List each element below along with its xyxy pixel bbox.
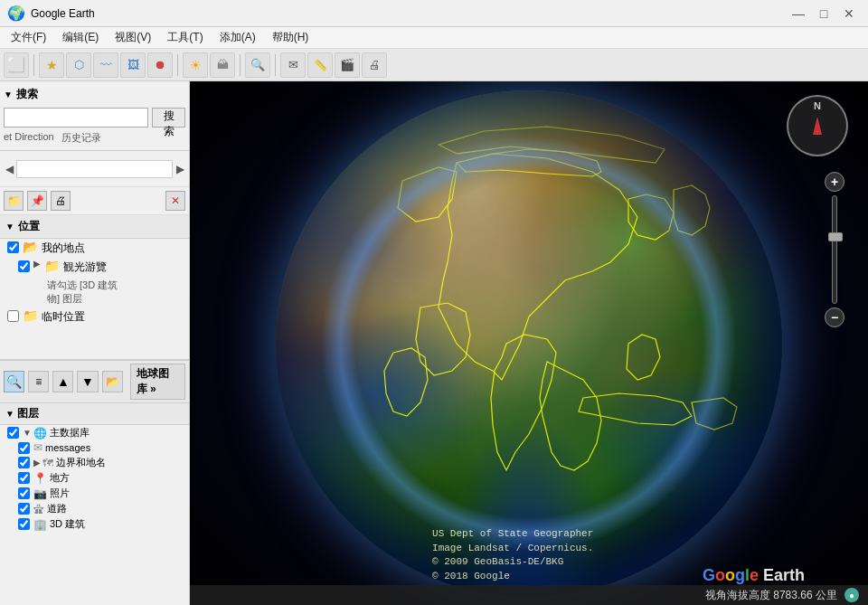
gallery-btn[interactable]: 地球图库 » [130,364,185,400]
toolbar-sep-2 [177,54,178,76]
list-panel-toggle[interactable]: ≡ [28,371,49,392]
minimize-button[interactable]: — [787,2,810,25]
tab-direction[interactable]: et Direction [4,131,54,145]
primary-db-checkbox[interactable] [7,427,19,439]
sightseeing-checkbox[interactable] [18,260,30,272]
layer-messages[interactable]: ✉ messages [0,440,189,455]
menu-tools[interactable]: 工具(T) [160,28,210,47]
layer-local[interactable]: 📍 地方 [0,470,189,486]
status-text: 视角海拔高度 8783.66 公里 [705,588,837,603]
layers-collapse-icon[interactable]: ▼ [5,409,14,419]
layer-3d-buildings[interactable]: 🏢 3D 建筑 [0,516,189,532]
toolbar-email[interactable]: ✉ [280,52,306,78]
status-indicator: ● [844,588,859,602]
folder-create-btn[interactable]: 📂 [102,371,123,392]
toolbar-terrain[interactable]: 🏔 [210,52,235,78]
3d-buildings-label: 3D 建筑 [50,517,85,531]
status-value: 8783.66 [773,589,812,601]
messages-icon: ✉ [33,441,42,454]
main-toolbar: ⬜ ★ ⬡ 〰 🖼 ⏺ ☀ 🏔 🔍 ✉ 📏 🎬 🖨 [0,49,868,81]
earth-container [190,81,868,605]
expand-icon[interactable]: ▶ [33,259,41,269]
new-placemark-btn[interactable]: 📌 [27,191,47,211]
temp-places-item[interactable]: 📁 临时位置 [0,307,189,326]
nav-compass[interactable]: N [787,95,850,158]
menu-edit[interactable]: 编辑(E) [55,28,106,47]
ge-letter-o1: o [715,566,725,584]
zoom-in-btn[interactable]: + [825,172,844,192]
zoom-track[interactable] [832,195,837,304]
search-panel-toggle[interactable]: 🔍 [4,371,24,392]
layer-photos[interactable]: 📷 照片 [0,486,189,501]
photos-checkbox[interactable] [18,487,30,499]
layer-roads[interactable]: 🛣 道路 [0,501,189,516]
navigate-input[interactable] [16,160,173,178]
search-input[interactable] [4,108,148,128]
primary-db-icon: 🌐 [33,427,47,440]
my-places-item[interactable]: 📂 我的地点 [0,239,189,258]
toolbar-new[interactable]: ⬜ [4,52,29,78]
my-places-icon: 📂 [23,240,38,254]
primary-db-expand[interactable]: ▼ [23,428,32,438]
close-button[interactable]: ✕ [837,2,861,25]
menu-add[interactable]: 添加(A) [212,28,263,47]
toolbar-print[interactable]: 🖨 [362,52,387,78]
toolbar-measure[interactable]: 📏 [307,52,333,78]
map-area[interactable]: N + − US Dept of State Geographer Image … [190,81,868,605]
down-arrow-btn[interactable]: ▼ [77,371,98,392]
menu-view[interactable]: 视图(V) [108,28,158,47]
search-tabs: et Direction 历史记录 [4,129,185,147]
toolbar-record[interactable]: ⏺ [147,52,173,78]
zoom-out-btn[interactable]: − [825,307,844,327]
zoom-thumb[interactable] [828,232,843,241]
up-arrow-btn[interactable]: ▲ [52,371,73,392]
search-section: ▼ 搜索 搜索 et Direction 历史记录 [0,81,189,151]
borders-label: 边界和地名 [56,456,106,469]
my-places-checkbox[interactable] [7,241,19,253]
layer-borders[interactable]: ▶ 🗺 边界和地名 [0,455,189,470]
toolbar-overlay[interactable]: 🖼 [120,52,146,78]
messages-checkbox[interactable] [18,442,30,454]
toolbar-sunlight[interactable]: ☀ [183,52,208,78]
new-folder-btn[interactable]: 📁 [4,191,24,211]
local-checkbox[interactable] [18,472,30,484]
compass-circle[interactable]: N [787,95,848,156]
toolbar-path[interactable]: 〰 [93,52,118,78]
borders-expand[interactable]: ▶ [33,458,41,468]
status-unit: 公里 [816,589,837,601]
ge-logo-text: Google Earth [703,566,805,584]
zoom-slider: + − [825,172,844,327]
places-collapse-icon[interactable]: ▼ [5,222,14,232]
toolbar-search[interactable]: 🔍 [245,52,270,78]
tab-history[interactable]: 历史记录 [61,131,101,145]
earth-globe[interactable] [276,90,782,597]
delete-btn[interactable]: ✕ [165,191,185,211]
toolbar-sep-3 [240,54,241,76]
menu-file[interactable]: 文件(F) [4,28,53,47]
status-label: 视角海拔高度 [705,589,770,601]
borders-checkbox[interactable] [18,457,30,468]
local-icon: 📍 [33,472,47,485]
sightseeing-item[interactable]: ▶ 📁 観光游覽 [0,258,189,277]
scroll-right-arrow[interactable]: ▶ [173,162,187,176]
title-left: 🌍 Google Earth [7,5,95,22]
toolbar-polygon[interactable]: ⬡ [66,52,91,78]
photos-icon: 📷 [33,487,47,500]
layer-primary-db[interactable]: ▼ 🌐 主数据库 [0,425,189,440]
3d-buildings-checkbox[interactable] [18,518,30,530]
earth-shading [276,90,782,597]
roads-checkbox[interactable] [18,503,30,515]
print-btn[interactable]: 🖨 [51,191,71,211]
toolbar-movie[interactable]: 🎬 [335,52,360,78]
maximize-button[interactable]: □ [812,2,835,25]
temp-places-checkbox[interactable] [7,310,19,322]
scroll-left-arrow[interactable]: ◀ [2,162,16,176]
menu-help[interactable]: 帮助(H) [265,28,316,47]
search-row: 搜索 [4,106,185,129]
menu-bar: 文件(F) 编辑(E) 视图(V) 工具(T) 添加(A) 帮助(H) [0,27,868,49]
toolbar-placemark[interactable]: ★ [39,52,64,78]
search-button[interactable]: 搜索 [152,108,185,128]
layers-header: ▼ 图层 [0,403,189,425]
search-collapse-icon[interactable]: ▼ [4,90,13,99]
app-title: Google Earth [31,7,95,20]
